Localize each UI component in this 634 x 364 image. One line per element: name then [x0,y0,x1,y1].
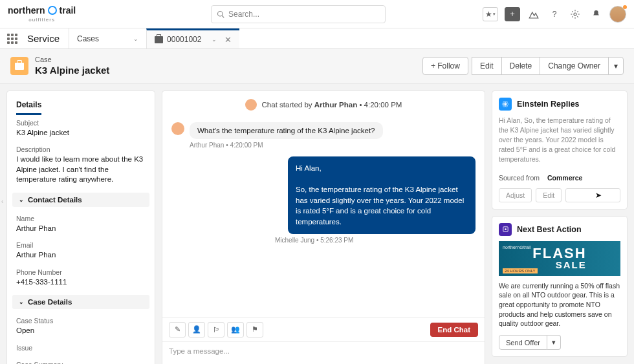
einstein-icon [499,98,512,111]
notifications-icon[interactable] [589,7,603,21]
user-avatar[interactable] [609,6,626,23]
avatar-icon [171,122,184,135]
trailhead-icon[interactable] [527,7,541,21]
end-chat-button[interactable]: End Chat [430,323,478,337]
send-offer-dropdown[interactable]: ▾ [547,335,561,350]
nav-cases[interactable]: Cases ⌄ [69,28,146,48]
delete-button[interactable]: Delete [501,57,541,75]
email-value: Arthur Phan [16,250,146,261]
chat-tool-3[interactable]: 🏳 [208,322,224,337]
svg-line-1 [222,16,224,17]
flash-sale-banner: northern⊙trail FLASH SALE 24 HOURS ONLY [499,241,620,276]
message-bubble-out: Hi Alan, So, the temperature rating of t… [288,156,476,234]
record-header: Case K3 Alpine jacket + Follow Edit Dele… [0,49,634,84]
message-meta: Arthur Phan • 4:20:00 PM [190,142,476,149]
nav-case-tab[interactable]: 00001002 ⌄ ✕ [146,28,239,48]
next-best-action-card: Next Best Action northern⊙trail FLASH SA… [492,216,628,357]
status-value: Open [16,326,146,336]
edit-reply-button[interactable]: Edit [536,188,562,202]
einstein-reply-text: Hi Alan, So, the temperature rating of t… [499,116,620,165]
brand-logo: northerntrail outfitters [8,6,76,23]
help-icon[interactable]: ? [547,7,562,21]
name-label: Name [16,215,146,222]
svg-point-0 [218,11,223,16]
chat-tool-5[interactable]: ⚑ [246,322,263,337]
nba-description: We are currently running a 50% off flash… [499,281,620,328]
record-type-label: Case [35,56,109,65]
record-actions: + Follow Edit Delete Change Owner ▾ [423,57,624,75]
chat-tool-4[interactable]: 👥 [227,322,244,337]
case-icon [10,57,28,75]
contact-details-header[interactable]: ⌄Contact Details [12,193,149,207]
app-launcher[interactable] [0,28,25,48]
chat-message-in: What's the temperature rating of the K3 … [171,122,476,139]
compose-placeholder: Type a message... [169,347,230,355]
change-owner-button[interactable]: Change Owner [540,57,609,75]
status-label: Case Status [16,317,146,325]
chat-compose[interactable]: Type a message... [162,341,485,364]
chevron-down-icon[interactable]: ⌄ [212,36,217,43]
message-bubble: What's the temperature rating of the K3 … [190,122,383,139]
email-label: Email [16,241,146,249]
insert-reply-button[interactable]: ➤ [565,188,620,202]
scroll-indicator: ‹ [1,198,3,205]
svg-point-3 [505,103,507,105]
close-tab-icon[interactable]: ✕ [224,35,232,45]
chevron-down-icon: ⌄ [19,299,24,305]
summary-label: Case Summary [16,361,146,364]
briefcase-icon [155,36,163,43]
chevron-down-icon: ⌄ [133,36,138,42]
main-content: Details Subject K3 Alpine jacket Descrip… [0,84,634,365]
chat-tool-1[interactable]: ✎ [169,322,186,337]
more-actions-button[interactable]: ▾ [608,57,624,75]
mouse-cursor-icon: ➤ [595,191,602,200]
app-nav: Service Cases ⌄ 00001002 ⌄ ✕ [0,28,634,49]
chat-started-banner: Chat started by Arthur Phan • 4:20:00 PM [162,91,485,118]
chat-tool-2[interactable]: 👤 [188,322,205,337]
global-header: northerntrail outfitters Search... ★▾ ＋ … [0,0,634,28]
einstein-title: Einstein Replies [517,100,580,109]
record-title: K3 Alpine jacket [35,65,109,77]
edit-button[interactable]: Edit [472,57,502,75]
phone-value: +415-333-1111 [16,277,146,288]
svg-point-2 [574,13,576,16]
search-placeholder: Search... [228,10,259,19]
global-search[interactable]: Search... [211,5,386,23]
app-name: Service [25,28,69,48]
chevron-down-icon: ⌄ [19,197,24,203]
issue-label: Issue [16,344,146,352]
nba-title: Next Best Action [517,225,582,234]
follow-button[interactable]: + Follow [422,57,468,75]
einstein-replies-card: Einstein Replies Hi Alan, So, the temper… [492,91,628,209]
chat-panel: Chat started by Arthur Phan • 4:20:00 PM… [162,91,485,365]
description-value: I would like to learn more about the K3 … [16,155,146,185]
send-offer-button[interactable]: Send Offer [499,335,547,350]
global-add-button[interactable]: ＋ [505,7,520,21]
globe-icon [48,6,57,15]
svg-point-8 [505,228,507,230]
message-meta-out: Michelle Jung • 5:26:23 PM [275,237,476,244]
chat-toolbar: ✎ 👤 🏳 👥 ⚑ End Chat [162,317,485,341]
subject-label: Subject [16,119,146,127]
description-label: Description [16,145,146,153]
search-icon [217,10,224,18]
subject-value: K3 Alpine jacket [16,128,146,138]
name-value: Arthur Phan [16,224,146,234]
nba-icon [499,223,512,236]
settings-icon[interactable] [568,7,582,21]
case-details-header[interactable]: ⌄Case Details [12,295,149,309]
details-tab[interactable]: Details [16,98,41,115]
phone-label: Phone Number [16,268,146,276]
adjust-button[interactable]: Adjust [499,188,532,202]
favorites-button[interactable]: ★▾ [483,7,498,21]
chat-message-out: Hi Alan, So, the temperature rating of t… [171,156,476,234]
sourced-from: Sourced fromCommerce [499,174,620,182]
details-panel: Details Subject K3 Alpine jacket Descrip… [6,91,155,365]
right-rail: Einstein Replies Hi Alan, So, the temper… [492,91,628,365]
avatar-icon [245,99,257,111]
